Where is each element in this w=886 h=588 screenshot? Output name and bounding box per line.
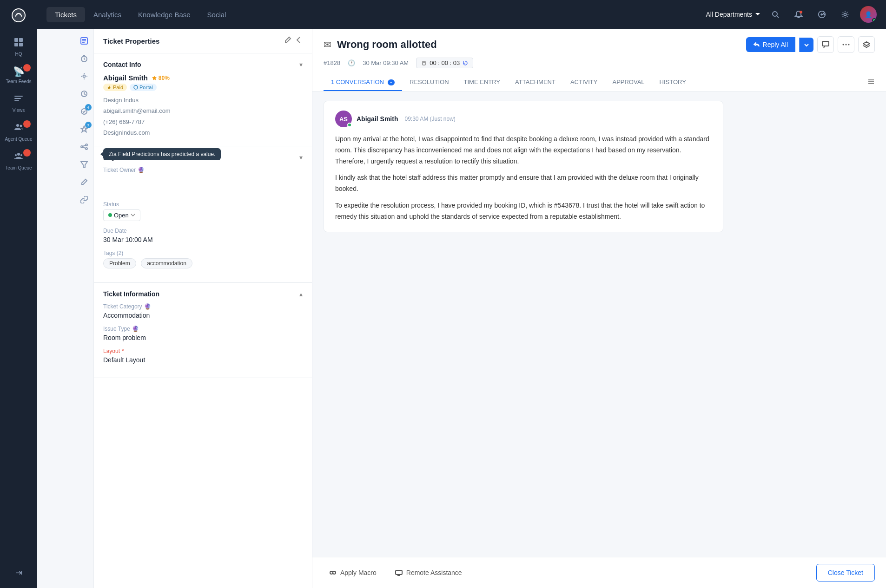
tab-conversation[interactable]: 1 CONVERSATION • bbox=[324, 74, 402, 91]
ticket-info-chevron: ▴ bbox=[299, 290, 303, 298]
nav-knowledge-base[interactable]: Knowledge Base bbox=[130, 7, 199, 22]
strip-filter[interactable] bbox=[77, 157, 92, 172]
contact-info-section: Contact Info ▾ Abigail Smith 80% Paid Po… bbox=[94, 53, 312, 146]
ticket-meta: #1828 🕐 30 Mar 09:30 AM 00 : 00 : 03 bbox=[324, 58, 875, 68]
strip-edit[interactable] bbox=[77, 175, 92, 189]
agent-queue-badge bbox=[23, 120, 31, 128]
avatar-online-dot bbox=[347, 123, 352, 127]
message-card: AS Abigail Smith 09:30 AM (Just now) Upo… bbox=[324, 101, 723, 232]
sidebar-expand-btn[interactable]: ⇥ bbox=[11, 563, 27, 582]
strip-timer[interactable] bbox=[77, 51, 92, 66]
tab-resolution[interactable]: RESOLUTION bbox=[402, 74, 456, 91]
strip-settings[interactable] bbox=[77, 69, 92, 84]
views-label: Views bbox=[13, 108, 25, 113]
svg-rect-6 bbox=[19, 43, 23, 46]
views-icon bbox=[13, 93, 24, 106]
contact-website: DesignIndus.com bbox=[103, 127, 303, 138]
portal-badge: Portal bbox=[130, 84, 157, 91]
due-date-value: 30 Mar 10:00 AM bbox=[103, 236, 303, 243]
ticket-timer[interactable]: 00 : 00 : 03 bbox=[416, 58, 473, 68]
svg-rect-4 bbox=[19, 38, 23, 42]
status-value[interactable]: Open bbox=[103, 209, 140, 221]
status-field: Status Open bbox=[103, 201, 303, 221]
strip-ticket-props[interactable] bbox=[77, 33, 92, 48]
apply-macro-btn[interactable]: Apply Macro bbox=[324, 565, 382, 580]
ticket-email-icon: ✉ bbox=[324, 39, 331, 50]
settings-btn[interactable] bbox=[837, 6, 853, 23]
key-info-chevron: ▾ bbox=[299, 154, 303, 161]
tab-time-entry[interactable]: TIME ENTRY bbox=[456, 74, 508, 91]
strip-link[interactable] bbox=[77, 192, 92, 207]
remote-assistance-btn[interactable]: Remote Assistance bbox=[390, 565, 468, 580]
nav-social[interactable]: Social bbox=[199, 7, 235, 22]
issue-zia-icon: 🔮 bbox=[132, 326, 139, 332]
app-logo[interactable] bbox=[9, 6, 28, 25]
sidebar-item-hq[interactable]: HQ bbox=[0, 33, 37, 61]
ticket-tabs: 1 CONVERSATION • RESOLUTION TIME ENTRY A… bbox=[324, 74, 875, 91]
strip-history[interactable] bbox=[77, 86, 92, 101]
key-information-section: Key Information ▾ Ticket Owner 🔮 Zia Fie… bbox=[94, 146, 312, 283]
contact-info-title: Contact Info bbox=[103, 61, 141, 68]
games-btn[interactable] bbox=[813, 6, 830, 23]
svg-point-12 bbox=[17, 153, 20, 156]
sidebar-item-agent-queue[interactable]: Agent Queue bbox=[0, 118, 37, 146]
svg-line-34 bbox=[83, 145, 86, 146]
layout-value: Default Layout bbox=[103, 356, 303, 364]
svg-rect-9 bbox=[14, 100, 19, 101]
sidebar-item-views[interactable]: Views bbox=[0, 89, 37, 118]
user-avatar[interactable]: 👤 bbox=[860, 6, 877, 23]
svg-point-10 bbox=[16, 124, 19, 127]
hq-label: HQ bbox=[15, 52, 22, 57]
svg-rect-5 bbox=[14, 43, 18, 46]
icon-strip: 4 3 bbox=[74, 29, 94, 588]
ticket-info-toggle[interactable]: Ticket Information ▴ bbox=[103, 290, 303, 298]
svg-line-35 bbox=[83, 147, 86, 148]
svg-point-28 bbox=[83, 75, 85, 78]
contact-info-toggle[interactable]: Contact Info ▾ bbox=[103, 61, 303, 68]
strip-star[interactable]: 3 bbox=[77, 122, 92, 137]
team-queue-label: Team Queue bbox=[5, 165, 32, 170]
status-label: Status bbox=[103, 201, 303, 208]
message-time: 09:30 AM (Just now) bbox=[404, 116, 455, 122]
strip-check[interactable]: 4 bbox=[77, 104, 92, 119]
nav-analytics[interactable]: Analytics bbox=[85, 7, 130, 22]
nav-right: All Departments 👤 bbox=[706, 6, 877, 23]
zia-icon: 🔮 bbox=[138, 167, 145, 173]
strip-connections[interactable] bbox=[77, 139, 92, 154]
tag-problem[interactable]: Problem bbox=[103, 258, 136, 268]
sidebar-item-team-feeds[interactable]: 📡 Team Feeds bbox=[0, 61, 37, 89]
avatar-status-dot bbox=[872, 18, 877, 23]
chat-icon-btn[interactable] bbox=[817, 36, 834, 53]
layers-btn[interactable] bbox=[858, 36, 875, 53]
paid-badge: Paid bbox=[103, 84, 127, 91]
tag-accommodation[interactable]: accommodation bbox=[141, 258, 192, 268]
ticket-properties-collapse-btn[interactable] bbox=[295, 36, 303, 46]
search-btn[interactable] bbox=[767, 6, 784, 23]
zia-tooltip: Zia Field Predictions has predicted a va… bbox=[103, 148, 221, 160]
tab-history[interactable]: HISTORY bbox=[652, 74, 694, 91]
ticket-properties-edit-btn[interactable] bbox=[284, 36, 291, 46]
tab-attachment[interactable]: ATTACHMENT bbox=[508, 74, 563, 91]
more-options-btn[interactable] bbox=[838, 36, 854, 53]
layout-field: Layout * Default Layout bbox=[103, 348, 303, 364]
sidebar-item-team-queue[interactable]: Team Queue bbox=[0, 146, 37, 175]
team-feeds-icon: 📡 bbox=[13, 66, 25, 77]
hq-icon bbox=[13, 37, 24, 50]
nav-tickets[interactable]: Tickets bbox=[46, 7, 85, 22]
tab-approval[interactable]: APPROVAL bbox=[605, 74, 652, 91]
notifications-btn[interactable] bbox=[790, 6, 807, 23]
agent-queue-icon bbox=[13, 122, 24, 135]
close-ticket-btn[interactable]: Close Ticket bbox=[816, 564, 875, 581]
tab-activity[interactable]: ACTIVITY bbox=[563, 74, 605, 91]
svg-point-32 bbox=[86, 144, 87, 146]
contact-email: abigail.smith@email.com bbox=[103, 105, 303, 116]
tab-more-btn[interactable] bbox=[867, 78, 875, 87]
ticket-title-row: ✉ Wrong room allotted Reply All bbox=[324, 36, 875, 53]
svg-line-16 bbox=[777, 16, 779, 18]
reply-all-btn[interactable]: Reply All bbox=[746, 37, 795, 52]
contact-phone: (+26) 669-7787 bbox=[103, 117, 303, 127]
department-selector[interactable]: All Departments bbox=[706, 11, 760, 18]
svg-rect-50 bbox=[396, 570, 402, 575]
reply-dropdown-btn[interactable] bbox=[799, 38, 813, 52]
svg-point-21 bbox=[844, 13, 846, 15]
